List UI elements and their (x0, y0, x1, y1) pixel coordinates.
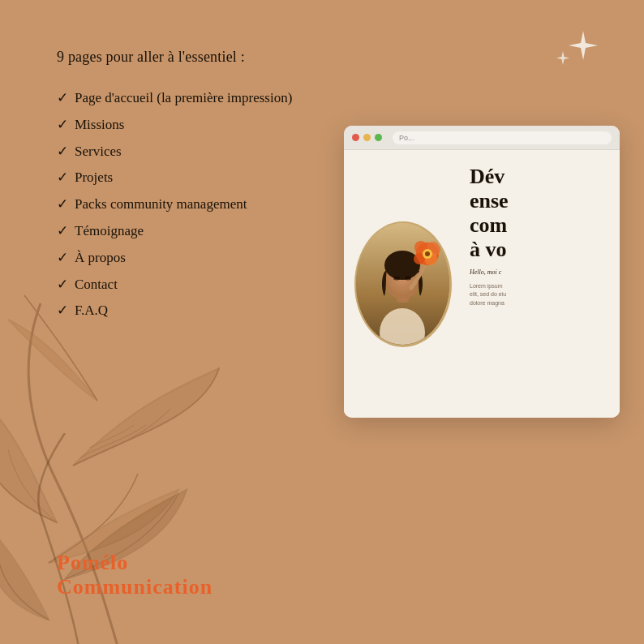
check-icon: ✓ (57, 115, 68, 135)
browser-address-bar: Po... (393, 131, 612, 144)
list-item-text: Projets (75, 168, 113, 187)
check-icon: ✓ (57, 221, 68, 241)
check-icon: ✓ (57, 88, 68, 108)
check-icon: ✓ (57, 168, 68, 187)
mockup-body: Lorem ipsum elit, sed do eiu dolore magn… (470, 282, 610, 308)
list-item-text: Témoignage (75, 221, 144, 241)
browser-address-text: Po... (399, 134, 414, 142)
mockup-hello: Hello, moi c (470, 268, 610, 276)
check-icon: ✓ (57, 195, 68, 214)
list-item-text: Missions (75, 115, 124, 135)
list-item-text: Contact (75, 275, 118, 294)
list-item-text: F.A.Q (75, 301, 108, 320)
svg-point-8 (384, 251, 420, 280)
browser-mockup: Po... MON NOM ET PRÉNOM (344, 126, 620, 418)
page-background: 9 pages pour aller à l'essentiel : ✓ Pag… (0, 0, 644, 644)
list-item-text: Packs community management (75, 195, 247, 214)
browser-dot-red (352, 134, 359, 141)
check-icon: ✓ (57, 301, 68, 320)
browser-dot-green (375, 134, 382, 141)
svg-point-10 (405, 277, 411, 281)
svg-point-17 (425, 251, 430, 256)
mockup-heading: Dév ense com à vo (470, 165, 610, 262)
browser-bar: Po... (344, 126, 620, 150)
svg-point-9 (393, 277, 400, 281)
list-item: ✓ Page d'accueil (la première impression… (57, 88, 595, 108)
list-item-text: Page d'accueil (la première impression) (75, 88, 292, 108)
brand-pomelo: Pomélo (57, 551, 213, 575)
brand-name: Pomélo Communication (57, 551, 213, 599)
browser-content: MON NOM ET PRÉNOM (344, 150, 620, 418)
headline: 9 pages pour aller à l'essentiel : (57, 49, 595, 66)
check-icon: ✓ (57, 248, 68, 268)
brand-communication: Communication (57, 575, 213, 599)
list-item-text: À propos (75, 248, 126, 268)
check-icon: ✓ (57, 275, 68, 294)
list-item-text: Services (75, 142, 122, 161)
check-icon: ✓ (57, 142, 68, 161)
browser-left-panel: MON NOM ET PRÉNOM (344, 150, 462, 418)
browser-dot-yellow (363, 134, 371, 141)
browser-right-panel: Dév ense com à vo Hello, moi c Lorem ips… (462, 150, 620, 418)
oval-frame-inner (356, 223, 449, 345)
oval-portrait-frame (354, 221, 452, 347)
